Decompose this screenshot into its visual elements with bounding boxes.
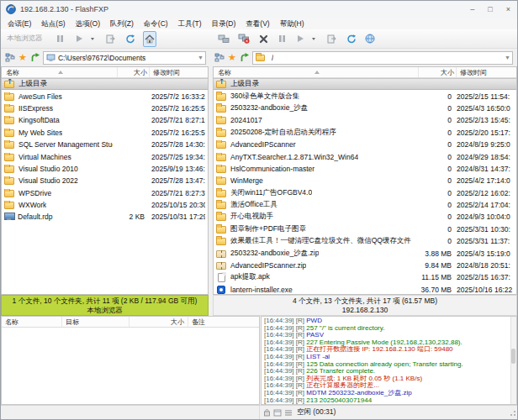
queue-list-icon[interactable]: [284, 409, 293, 417]
pause-queue-button[interactable]: [55, 31, 66, 47]
file-name: Visual Studio 2010: [18, 165, 78, 173]
file-row[interactable]: 上级目录: [2, 78, 208, 90]
queue-list-empty[interactable]: [2, 328, 259, 404]
file-row[interactable]: WPSDrive 2025/7/21 8:27:38: [2, 187, 208, 199]
window-icon[interactable]: [273, 409, 282, 417]
file-row[interactable]: Visual Studio 2010 2025/9/19 13:46:33: [2, 163, 208, 175]
remote-transfer-queue-button[interactable]: [326, 31, 339, 47]
connect-button[interactable]: [217, 31, 230, 47]
file-row[interactable]: 效果最佳工具！一键清理C盘垃圾文件、微信QQ缓存文件，免费好用，免安装版本 0 …: [214, 235, 516, 247]
log-line: [16:44:39] [R] PWD: [264, 318, 509, 325]
local-path-combobox[interactable]: C:\Users\97672\Documents ▼: [43, 51, 206, 65]
maximize-button[interactable]: □: [488, 5, 492, 13]
transfer-queue-pane: 名称 目标 大小 备注: [1, 316, 260, 405]
local-file-pane: 名称 大小 修改时间 上级目录: [1, 66, 209, 295]
file-row[interactable]: IISExpress 2025/7/2 16:25:58: [2, 102, 208, 114]
session-log[interactable]: [16:44:39] [R] PWD [16:44:39] [R] 257 "/…: [261, 316, 517, 405]
file-row[interactable]: 2503232-andboxie_沙盘 0 2025/4/3 16:50:0: [214, 102, 516, 114]
file-row[interactable]: AnyTXT.Searcher.1.2.871.Win32_Win64 0 20…: [214, 150, 516, 162]
menu-item[interactable]: 目录(D): [207, 18, 241, 29]
abort-button[interactable]: [257, 31, 269, 47]
menu-item[interactable]: 查看(V): [240, 18, 274, 29]
remote-pause-button[interactable]: [276, 31, 288, 47]
menu-item[interactable]: 队列(Z): [105, 18, 139, 29]
file-row[interactable]: AweSun Files 2025/7/2 16:33:27: [2, 90, 208, 102]
file-row[interactable]: AdvancedIPScanner.zip 9.84 MB 2024/8/18 …: [214, 260, 516, 271]
remote-start-button[interactable]: [294, 31, 306, 47]
queue-column-remark[interactable]: 备注: [188, 317, 259, 327]
transfer-queue-button[interactable]: [105, 31, 118, 47]
file-row[interactable]: apk提取.apk 11.15 MB 2025/2/15 16:37:: [214, 271, 516, 283]
column-header-size[interactable]: 大小: [419, 67, 457, 77]
log-scrollbar-thumb[interactable]: [511, 349, 515, 364]
start-queue-button[interactable]: [73, 31, 85, 47]
queue-column-size[interactable]: 大小: [130, 317, 188, 327]
folder-tree-icon[interactable]: [214, 53, 225, 62]
column-header-modified[interactable]: 修改时间: [457, 67, 514, 77]
menu-item[interactable]: 工具(T): [173, 18, 207, 29]
start-queue-dropdown[interactable]: [87, 31, 98, 47]
column-header-name[interactable]: 名称: [4, 67, 118, 77]
column-header-name[interactable]: 名称: [216, 67, 419, 77]
file-row[interactable]: 2503232-andboxie_沙盘.zip 3.88 MB 2025/4/3…: [214, 247, 516, 259]
file-row[interactable]: WXWork 2025/10/15 20:30:38: [2, 199, 208, 211]
column-header-modified[interactable]: 修改时间: [150, 67, 205, 77]
file-row[interactable]: 20250208-定时自动启动关闭程序 0 2025/2/20 15:17:: [214, 127, 516, 139]
home-folder-button[interactable]: [143, 31, 156, 47]
file-row[interactable]: 激活Office工具 0 2025/2/14 17:04:: [214, 199, 516, 211]
file-mtime: 2024/9/29 18:54:: [457, 153, 514, 161]
favorites-star-icon[interactable]: ★: [228, 53, 236, 62]
file-row[interactable]: lantern-installer.exe 36.70 MB 2025/10/1…: [214, 284, 516, 294]
remote-refresh-button[interactable]: [346, 31, 357, 47]
file-icon: [216, 80, 227, 88]
file-icon: [4, 116, 15, 124]
menu-item[interactable]: 命令(C): [139, 18, 173, 29]
menu-item[interactable]: 帮助(H): [275, 18, 309, 29]
log-scrollbar[interactable]: [510, 317, 516, 404]
file-row[interactable]: KingsoftData 2025/7/21 8:27:15: [2, 114, 208, 126]
file-row[interactable]: My Web Sites 2025/7/2 16:25:58: [2, 127, 208, 139]
combobox-chevron-icon[interactable]: ▼: [505, 55, 510, 60]
file-row[interactable]: HslCommunication-master 0 2024/8/31 14:3…: [214, 163, 516, 175]
menu-item[interactable]: 选项(O): [71, 18, 105, 29]
file-row[interactable]: 开心电视助手 0 2024/9/3 10:04:0: [214, 211, 516, 223]
web-browse-button[interactable]: [364, 31, 376, 47]
file-row[interactable]: 上级目录: [214, 78, 516, 90]
column-header-size[interactable]: 大小: [118, 67, 150, 77]
remote-start-dropdown[interactable]: [308, 31, 320, 47]
queue-column-target[interactable]: 目标: [62, 317, 130, 327]
file-size: 0: [414, 237, 452, 245]
log-message: 列表完成: 1 KB 耗时 0.05 秒 (1.1 KB/s): [306, 375, 422, 382]
file-row[interactable]: 关闭win11广告OFGBV4.0 0 2025/2/12 16:02:: [214, 187, 516, 199]
file-row[interactable]: SQL Server Management Studio 2025/7/28 1…: [2, 139, 208, 150]
go-up-arrow-icon[interactable]: [240, 53, 249, 62]
file-icon: [216, 92, 227, 101]
disconnect-button[interactable]: [237, 31, 251, 47]
column-label: 修改时间: [460, 68, 487, 77]
remote-path-combobox[interactable]: / ▼: [252, 51, 513, 65]
file-row[interactable]: 360绿色单文件版合集 0 2025/2/15 11:54:: [214, 90, 516, 102]
queue-column-name[interactable]: 名称: [2, 317, 62, 327]
file-row[interactable]: Default.rdp 2 KB 2025/10/31 17:29:38: [2, 211, 208, 223]
menu-item[interactable]: 站点(S): [36, 18, 70, 29]
file-row[interactable]: Virtual Machines 2025/7/25 19:34:37: [2, 150, 208, 162]
favorites-star-icon[interactable]: ★: [18, 53, 27, 62]
file-name: 上级目录: [18, 79, 47, 89]
file-row[interactable]: WinMerge 0 2025/4/2 17:14:0: [214, 175, 516, 186]
menu-item[interactable]: 会话(E): [3, 18, 36, 29]
file-row[interactable]: 图章制作+PDF电子图章 0 2025/3/31 10:30:: [214, 223, 516, 235]
resize-grip-icon[interactable]: [509, 411, 515, 417]
file-row[interactable]: AdvancedIPScanner 0 2024/8/19 9:25:0: [214, 139, 516, 150]
folder-tree-icon[interactable]: [5, 53, 15, 62]
file-row[interactable]: Visual Studio 2022 2025/7/28 13:47:18: [2, 175, 208, 186]
lock-icon[interactable]: [263, 408, 271, 417]
close-button[interactable]: ×: [506, 5, 510, 13]
file-row[interactable]: 20241017 0 2025/2/13 15:45:: [214, 114, 516, 126]
local-path-text: C:\Users\97672\Documents: [58, 54, 145, 62]
go-up-arrow-icon[interactable]: [30, 53, 40, 62]
combobox-chevron-icon[interactable]: ▼: [198, 55, 204, 60]
refresh-button[interactable]: [124, 31, 136, 47]
file-mtime: 2025/2/13 15:45:: [457, 116, 514, 124]
log-timestamp: [16:44:39] [R]: [264, 397, 304, 404]
minimize-button[interactable]: –: [470, 5, 474, 13]
